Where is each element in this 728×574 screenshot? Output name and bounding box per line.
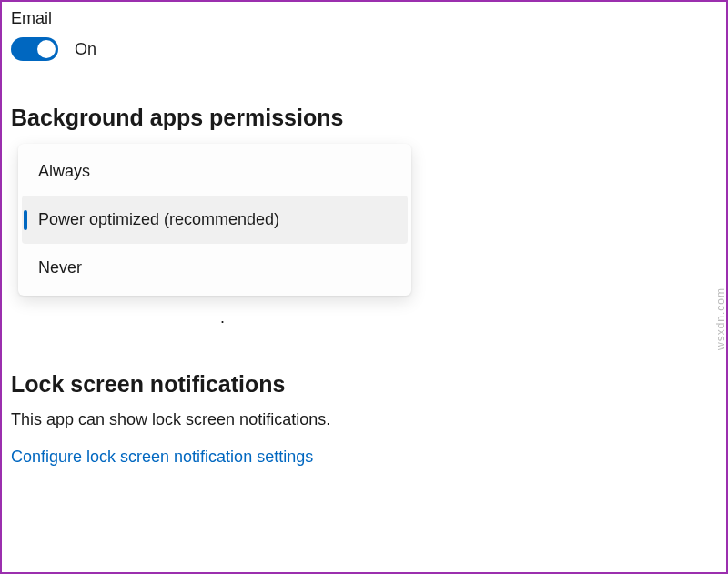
lock-screen-description: This app can show lock screen notificati… [11, 410, 717, 429]
email-section-label: Email [11, 9, 717, 28]
email-toggle-state: On [75, 40, 96, 59]
background-permissions-dropdown[interactable]: Always Power optimized (recommended) Nev… [18, 144, 411, 296]
lock-screen-heading: Lock screen notifications [11, 371, 717, 398]
watermark: wsxdn.com [714, 287, 727, 350]
email-toggle-row: On [11, 37, 717, 61]
option-never[interactable]: Never [22, 244, 408, 292]
configure-lock-screen-link[interactable]: Configure lock screen notification setti… [11, 448, 717, 467]
background-permissions-heading: Background apps permissions [11, 105, 717, 131]
email-toggle[interactable] [11, 37, 58, 61]
obscured-content: . [220, 308, 717, 327]
option-always[interactable]: Always [22, 147, 408, 196]
option-power-optimized[interactable]: Power optimized (recommended) [22, 196, 408, 244]
